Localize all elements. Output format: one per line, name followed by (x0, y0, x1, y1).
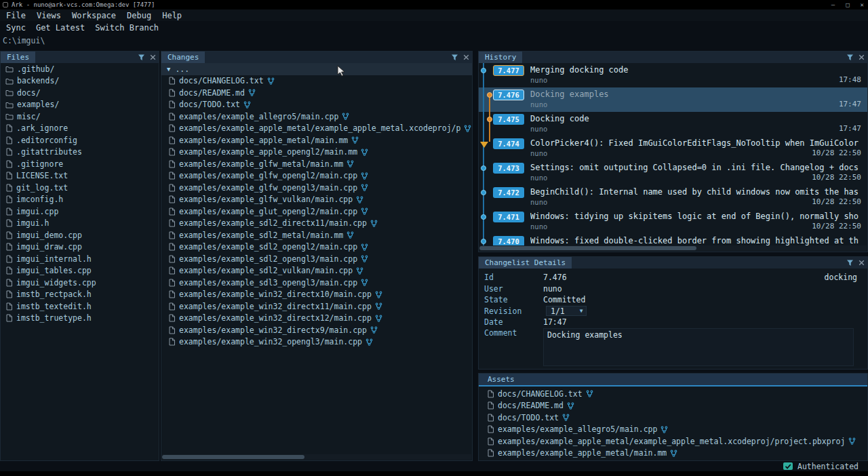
close-icon[interactable] (859, 260, 865, 266)
changed-file-row[interactable]: examples/example_sdl2_directx11/main.cpp (161, 218, 472, 230)
changeset-badge[interactable]: 7.471 (493, 212, 524, 222)
changed-file-row[interactable]: examples/example_glut_opengl2/main.cpp (161, 205, 472, 218)
changed-file-row[interactable]: docs/CHANGELOG.txt (161, 75, 472, 87)
changeset-badge[interactable]: 7.475 (493, 114, 524, 125)
history-row[interactable]: 7.471Windows: tidying up skipitems logic… (479, 210, 867, 234)
close-icon[interactable] (463, 54, 469, 60)
changed-file-row[interactable]: examples/example_sdl2_vulkan/main.cpp (161, 265, 472, 277)
history-row[interactable]: 7.477Merging docking codenuno17:48 (479, 63, 867, 87)
changes-root-row[interactable]: ▼... (161, 63, 472, 75)
file-tree-item[interactable]: imstb_rectpack.h (1, 289, 159, 301)
scrollbar-thumb[interactable] (162, 455, 304, 459)
filter-icon[interactable] (138, 54, 145, 61)
menu-item-help[interactable]: Help (162, 11, 182, 20)
asset-row[interactable]: examples/example_allegro5/main.cpp (479, 424, 867, 436)
changed-file-row[interactable]: examples/example_glfw_vulkan/main.cpp (161, 194, 472, 206)
changed-file-row[interactable]: examples/example_sdl2_opengl2/main.cpp (161, 241, 472, 254)
changed-file-row[interactable]: examples/example_win32_directx11/main.cp… (161, 300, 472, 313)
file-tree-item[interactable]: imstb_textedit.h (1, 300, 159, 313)
close-icon[interactable] (150, 54, 156, 60)
files-tree: .github/backends/docs/examples/misc/.ark… (1, 63, 159, 460)
changed-file-row[interactable]: docs/TODO.txt (161, 99, 472, 111)
changed-file-row[interactable]: examples/example_sdl3_opengl3/main.cpp (161, 277, 472, 289)
file-tree-item[interactable]: imgui_widgets.cpp (1, 277, 159, 289)
menu-item-file[interactable]: File (6, 11, 26, 20)
file-tree-item[interactable]: .github/ (1, 63, 159, 75)
file-tree-item[interactable]: docs/ (1, 87, 159, 99)
history-row[interactable]: 7.476Docking examplesnuno17:47 (479, 87, 867, 112)
history-row[interactable]: 7.472BeginChild(): Internal name used by… (479, 185, 867, 210)
file-tree-item[interactable]: .gitignore (1, 158, 159, 170)
menu-item-workspace[interactable]: Workspace (72, 11, 116, 20)
changed-file-row[interactable]: examples/example_sdl2_metal/main.mm (161, 229, 472, 241)
history-row[interactable]: 7.475Docking codenuno17:47 (479, 112, 867, 136)
toolbar-button-sync[interactable]: Sync (6, 23, 26, 33)
files-panel-title[interactable]: Files (1, 52, 35, 63)
history-row[interactable]: 7.473Settings: omit outputing Collapsed=… (479, 161, 867, 185)
changed-file-row[interactable]: examples/example_win32_opengl3/main.cpp (161, 336, 472, 349)
comment-box[interactable]: Docking examples (543, 328, 854, 366)
asset-row[interactable]: docs/TODO.txt (479, 412, 867, 424)
chevron-down-icon[interactable]: ▼ (167, 66, 170, 73)
changeset-badge[interactable]: 7.473 (493, 163, 524, 174)
changed-file-row[interactable]: examples/example_win32_directx12/main.cp… (161, 313, 472, 325)
changed-file-row[interactable]: examples/example_allegro5/main.cpp (161, 111, 472, 123)
changeset-badge[interactable]: 7.476 (493, 90, 524, 100)
toolbar-button-get-latest[interactable]: Get Latest (36, 23, 85, 33)
menu-item-debug[interactable]: Debug (127, 11, 151, 20)
file-tree-item[interactable]: imgui_draw.cpp (1, 241, 159, 254)
file-tree-item[interactable]: imgui_tables.cpp (1, 265, 159, 277)
changed-file-row[interactable]: examples/example_glfw_metal/main.mm (161, 158, 472, 170)
changes-horizontal-scrollbar[interactable] (162, 454, 471, 460)
file-tree-item[interactable]: examples/ (1, 99, 159, 111)
file-tree-item[interactable]: .gitattributes (1, 146, 159, 159)
maximize-button[interactable]: □ (846, 0, 849, 9)
file-tree-item[interactable]: backends/ (1, 75, 159, 87)
asset-row[interactable]: examples/example_apple_metal/example_app… (479, 435, 867, 448)
changeset-badge[interactable]: 7.470 (493, 236, 524, 245)
details-panel-title[interactable]: Changelist Details (479, 257, 572, 269)
file-tree-item[interactable]: imgui.cpp (1, 205, 159, 218)
changeset-badge[interactable]: 7.474 (493, 138, 524, 149)
file-tree-item[interactable]: .ark_ignore (1, 123, 159, 135)
menu-item-views[interactable]: Views (37, 11, 61, 20)
asset-row[interactable]: docs/CHANGELOG.txt (479, 388, 867, 400)
changed-file-row[interactable]: examples/example_glfw_opengl2/main.cpp (161, 170, 472, 182)
file-tree-item[interactable]: imstb_truetype.h (1, 313, 159, 325)
file-tree-item[interactable]: imgui_demo.cpp (1, 229, 159, 241)
close-button[interactable]: ✕ (861, 0, 864, 9)
changeset-badge[interactable]: 7.477 (493, 65, 524, 76)
file-tree-item[interactable]: git_log.txt (1, 182, 159, 194)
history-panel-title[interactable]: History (479, 52, 522, 63)
filter-icon[interactable] (451, 54, 458, 61)
changed-file-row[interactable]: examples/example_glfw_opengl3/main.cpp (161, 182, 472, 194)
file-tree-item[interactable]: misc/ (1, 111, 159, 123)
file-tree-item[interactable]: .editorconfig (1, 134, 159, 146)
history-row[interactable]: 7.474ColorPicker4(): Fixed ImGuiColorEdi… (479, 136, 867, 161)
filter-icon[interactable] (846, 259, 854, 266)
file-tree-item[interactable]: LICENSE.txt (1, 170, 159, 182)
changes-panel-title[interactable]: Changes (161, 52, 205, 63)
revision-dropdown[interactable]: 1/1▼ (546, 306, 587, 316)
changed-file-row[interactable]: examples/example_apple_metal/main.mm (161, 134, 472, 146)
close-icon[interactable] (859, 54, 865, 60)
history-row[interactable]: 7.470Windows: fixed double-clicked borde… (479, 234, 867, 245)
changed-file-row[interactable]: examples/example_apple_opengl2/main.mm (161, 146, 472, 159)
filter-icon[interactable] (846, 54, 854, 61)
scrollbar-thumb[interactable] (479, 246, 696, 250)
history-horizontal-scrollbar[interactable] (479, 245, 867, 251)
asset-row[interactable]: examples/example_apple_metal/main.mm (479, 448, 867, 460)
file-tree-item[interactable]: imgui_internal.h (1, 253, 159, 265)
minimize-button[interactable]: — (831, 0, 835, 9)
toolbar-button-switch-branch[interactable]: Switch Branch (95, 23, 159, 33)
asset-row[interactable]: docs/README.md (479, 400, 867, 412)
file-tree-item[interactable]: imgui.h (1, 218, 159, 230)
changed-file-row[interactable]: docs/README.md (161, 87, 472, 99)
changed-file-row[interactable]: examples/example_apple_metal/example_app… (161, 123, 472, 135)
changed-file-row[interactable]: examples/example_win32_directx9/main.cpp (161, 324, 472, 336)
changed-file-row[interactable]: examples/example_sdl2_opengl3/main.cpp (161, 253, 472, 265)
file-tree-item[interactable]: imconfig.h (1, 194, 159, 206)
assets-panel-title[interactable]: Assets (479, 374, 521, 385)
changed-file-row[interactable]: examples/example_win32_directx10/main.cp… (161, 289, 472, 301)
changeset-badge[interactable]: 7.472 (493, 187, 524, 198)
